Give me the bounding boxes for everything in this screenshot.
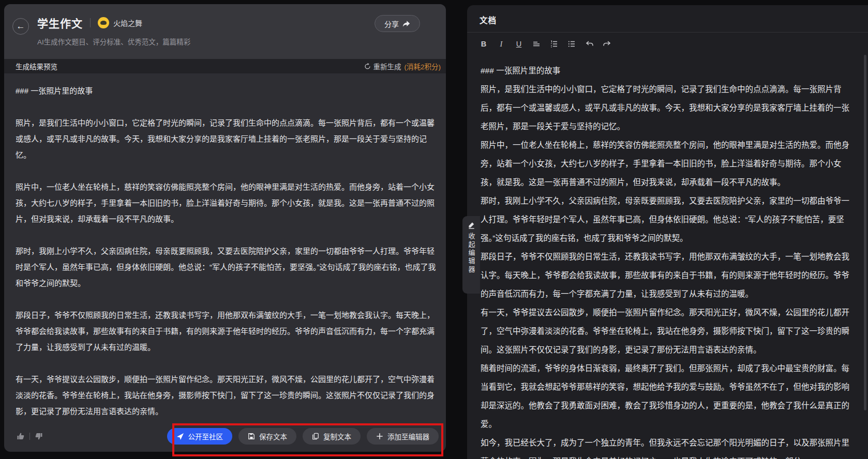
- back-arrow-icon: ←: [17, 21, 25, 32]
- copy-icon: [312, 433, 319, 440]
- essay-title-line: ### 一张照片里的故事: [16, 83, 438, 99]
- plus-icon: [376, 433, 383, 440]
- copy-text-button[interactable]: 复制文本: [303, 428, 361, 445]
- publish-button-label: 公开至社区: [188, 431, 223, 441]
- page-title: 学生作文: [37, 15, 83, 30]
- underline-icon[interactable]: U: [512, 37, 526, 51]
- share-button-label: 分享: [384, 19, 399, 29]
- save-button-label: 保存文本: [259, 431, 287, 441]
- essay-paragraph: 照片中，一位老人坐在轮椅上，慈祥的笑容仿佛能照亮整个房间，他的眼神里满是对生活的…: [16, 179, 438, 227]
- share-button[interactable]: 分享: [375, 15, 420, 32]
- thumbs-up-icon[interactable]: [17, 432, 25, 440]
- bullet-list-icon[interactable]: [564, 37, 579, 51]
- pencil-icon: [468, 221, 475, 229]
- agent-name: 火焰之舞: [113, 18, 142, 28]
- collapse-editor-tab[interactable]: 收起编辑器: [462, 216, 480, 294]
- regenerate-label: 重新生成: [373, 61, 401, 71]
- thumbs-divider: [29, 433, 30, 440]
- save-text-button[interactable]: 保存文本: [238, 428, 296, 445]
- editor-toolbar: B I U: [467, 33, 868, 55]
- page-subtitle: AI生成作文题目、评分标准、优秀范文，篇篇精彩: [37, 36, 446, 47]
- document-title: 文档: [480, 16, 497, 25]
- essay-paragraph: 有一天，爷爷提议去公园散步，顺便拍一张照片留作纪念。那天阳光正好，微风不燥，公园…: [16, 371, 438, 419]
- generation-panel: ← 学生作文 火焰之舞 AI生成作文题目、评分标准、优秀范文，篇篇精彩 分享 生…: [4, 4, 446, 452]
- doc-paragraph: 照片中，一位老人坐在轮椅上，慈祥的笑容仿佛能照亮整个房间，他的眼神里满是对生活的…: [481, 136, 855, 192]
- essay-paragraph: 那时，我刚上小学不久，父亲因病住院，母亲既要照顾我，又要去医院陪护父亲，家里的一…: [16, 243, 438, 291]
- send-icon: [176, 433, 184, 440]
- thumbs-down-icon[interactable]: [35, 432, 43, 440]
- back-button[interactable]: ←: [12, 18, 29, 35]
- agent-avatar: [98, 17, 109, 28]
- document-editor[interactable]: ### 一张照片里的故事 照片，是我们生活中的小小窗口，它定格了时光的瞬间，记录…: [467, 55, 868, 459]
- align-left-icon[interactable]: [529, 37, 544, 51]
- ordered-list-icon[interactable]: [547, 37, 561, 51]
- doc-paragraph: 有一天，爷爷提议去公园散步，顺便拍一张照片留作纪念。那天阳光正好，微风不燥，公园…: [481, 303, 855, 359]
- add-to-editor-label: 添加至编辑器: [387, 431, 429, 441]
- share-icon: [402, 20, 410, 27]
- preview-bar: 生成结果预览 重新生成 (消耗2积分): [4, 59, 446, 73]
- doc-paragraph: 照片，是我们生活中的小小窗口，它定格了时光的瞬间，记录了我们生命中的点点滴滴。每…: [481, 80, 855, 136]
- add-to-editor-button[interactable]: 添加至编辑器: [367, 428, 439, 445]
- copy-button-label: 复制文本: [323, 431, 351, 441]
- essay-paragraph: 照片，是我们生活中的小小窗口，它定格了时光的瞬间，记录了我们生命中的点点滴滴。每…: [16, 115, 438, 163]
- publish-to-community-button[interactable]: 公开至社区: [167, 428, 233, 445]
- title-divider: [90, 18, 91, 27]
- italic-icon[interactable]: I: [494, 37, 508, 51]
- doc-paragraph: 那时，我刚上小学不久，父亲因病住院，母亲既要照顾我，又要去医院陪护父亲，家里的一…: [481, 192, 855, 248]
- result-footer: 公开至社区 保存文本 复制文本 添加至编辑器: [4, 425, 446, 452]
- editor-scrollbar[interactable]: [864, 55, 866, 410]
- refresh-icon: [364, 63, 371, 70]
- bold-icon[interactable]: B: [476, 37, 491, 51]
- essay-paragraph: 那段日子，爷爷不仅照顾我的日常生活，还教我读书写字，用他那双布满皱纹的大手，一笔…: [16, 307, 438, 355]
- redo-icon[interactable]: [600, 37, 614, 51]
- editor-panel: 收起编辑器 文档 B I U ### 一张照片里的故事 照片，是我们生活中的小小…: [467, 5, 868, 459]
- doc-title-line: ### 一张照片里的故事: [481, 62, 855, 80]
- preview-label: 生成结果预览: [16, 61, 57, 71]
- generated-essay: ### 一张照片里的故事 照片，是我们生活中的小小窗口，它定格了时光的瞬间，记录…: [4, 73, 446, 425]
- generation-panel-header: ← 学生作文 火焰之舞 AI生成作文题目、评分标准、优秀范文，篇篇精彩 分享: [4, 4, 446, 59]
- doc-paragraph: 如今，我已经长大了，成为了一个独立的青年。但我永远不会忘记那个阳光明媚的日子，以…: [481, 434, 855, 459]
- save-icon: [248, 433, 255, 440]
- regenerate-button[interactable]: 重新生成: [364, 61, 401, 71]
- collapse-editor-label: 收起编辑器: [467, 233, 476, 274]
- document-header: 文档: [467, 5, 868, 32]
- doc-paragraph: 随着时间的流逝，爷爷的身体日渐衰弱，最终离开了我们。但那张照片，却成了我心中最宝…: [481, 359, 855, 434]
- doc-paragraph: 那段日子，爷爷不仅照顾我的日常生活，还教我读书写字，用他那双布满皱纹的大手，一笔…: [481, 248, 855, 303]
- regenerate-cost: (消耗2积分): [405, 61, 441, 71]
- undo-icon[interactable]: [582, 37, 596, 51]
